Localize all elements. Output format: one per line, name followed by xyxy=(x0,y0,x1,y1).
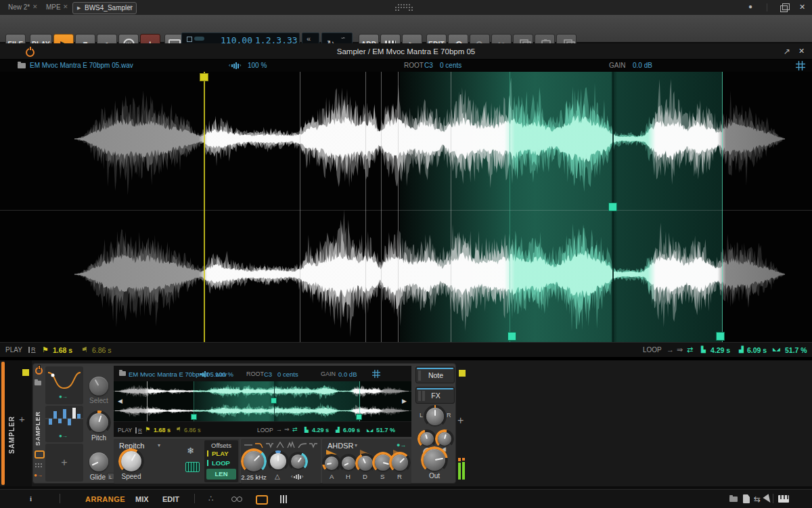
mini-play-end-value[interactable]: 6.86 s xyxy=(184,427,201,433)
play-end-flag-icon[interactable]: ⚑ xyxy=(81,345,88,354)
mini-loop-start-value[interactable]: 4.29 s xyxy=(312,427,329,433)
add-expression-cell[interactable]: + xyxy=(45,444,83,482)
tune-cents[interactable]: 0 cents xyxy=(440,62,461,69)
device-grid-icon[interactable] xyxy=(35,463,37,465)
mini-folder-icon[interactable] xyxy=(119,371,126,376)
out-knob[interactable] xyxy=(424,449,445,471)
tab-active[interactable]: ▶ BWS4_Sampler ✕ xyxy=(72,2,137,14)
tab-active-close-icon[interactable]: ✕ xyxy=(127,4,133,11)
sample-folder-icon[interactable] xyxy=(18,63,26,68)
mixer-panel-toggle-icon[interactable] xyxy=(280,495,281,503)
info-icon[interactable]: i xyxy=(30,494,32,503)
view-edit[interactable]: EDIT xyxy=(162,495,179,503)
slice-marker[interactable] xyxy=(451,72,451,342)
sampler-power-icon[interactable] xyxy=(35,367,43,375)
select-knob[interactable] xyxy=(89,377,108,396)
offset-len-button[interactable]: LEN xyxy=(206,469,236,480)
loop-end-handle[interactable] xyxy=(716,332,725,341)
note-tab[interactable]: Note xyxy=(415,366,455,383)
fill-curve-icon[interactable]: ~ xyxy=(341,34,345,41)
track-add-button[interactable]: + xyxy=(19,413,25,425)
filter-freq-knob[interactable] xyxy=(244,451,264,471)
waveform-editor[interactable] xyxy=(0,72,812,342)
device-modulators-icon[interactable]: ●→ xyxy=(34,472,43,478)
mini-filename[interactable]: EM Mvoc Mantra E 70bpm 05.wav xyxy=(129,371,227,378)
slice-marker[interactable] xyxy=(365,72,366,342)
mini-loop-end-value[interactable]: 6.09 s xyxy=(343,427,360,433)
env-decay-knob[interactable] xyxy=(358,456,373,471)
stretch-icon[interactable] xyxy=(796,61,805,70)
play-start-flag-icon[interactable]: ⚑ xyxy=(42,345,49,354)
tab-new2[interactable]: New 2* xyxy=(8,3,30,11)
slice-marker[interactable] xyxy=(381,72,382,342)
root-note[interactable]: C3 xyxy=(424,62,433,69)
mini-play-end-flag[interactable]: ⚑ xyxy=(176,426,181,433)
browser-panel-icon[interactable] xyxy=(729,496,738,502)
tab-mpe-close-icon[interactable]: ✕ xyxy=(63,3,68,10)
filter-res-knob[interactable] xyxy=(270,453,286,469)
filter-keytrack-knob[interactable] xyxy=(291,454,305,469)
mini-stretch-icon[interactable] xyxy=(372,370,380,378)
envelope-select[interactable]: AHDSR xyxy=(328,442,354,450)
env-hold-knob[interactable] xyxy=(342,457,355,470)
mini-reverse-icon[interactable]: R xyxy=(135,427,142,433)
mini-play-start-value[interactable]: 1.68 s xyxy=(154,427,171,433)
mini-crossfade-value[interactable]: 51.7 % xyxy=(376,427,395,433)
loop-mode-pingpong-icon[interactable]: ⇄ xyxy=(687,345,693,354)
mini-scroll-right-icon[interactable]: ▶ xyxy=(402,398,407,404)
device-drag-handle-right[interactable] xyxy=(459,370,466,377)
io-panel-icon[interactable]: ⇆ xyxy=(754,494,761,504)
crossfade-value[interactable]: 51.7 % xyxy=(785,346,807,354)
loop-mode-forward-icon[interactable]: → xyxy=(667,345,674,354)
sampler-preset-icon[interactable] xyxy=(35,381,41,385)
mini-gain-value[interactable]: 0.0 dB xyxy=(338,371,357,378)
loop-range-bar[interactable] xyxy=(194,37,204,41)
play-start-handle[interactable] xyxy=(200,73,208,81)
env-attack-knob[interactable] xyxy=(325,457,338,470)
window-restore-icon[interactable] xyxy=(780,5,788,12)
device-name-vertical[interactable]: SAMPLER xyxy=(35,404,41,446)
mini-zoom-value[interactable]: 100 % xyxy=(215,371,233,378)
envelope-mod-icon[interactable]: ●→ xyxy=(397,442,406,448)
fx-tab[interactable]: FX xyxy=(415,387,455,404)
pan-knob[interactable] xyxy=(426,408,444,425)
slice-marker[interactable] xyxy=(398,72,399,342)
loop-start-value[interactable]: 4.29 s xyxy=(710,346,730,354)
mini-scroll-left-icon[interactable]: ◀ xyxy=(118,398,122,404)
pitch-knob[interactable] xyxy=(89,413,108,432)
editor-close-icon[interactable]: ✕ xyxy=(798,47,805,56)
device-drag-handle-left[interactable] xyxy=(22,369,29,376)
link-icon[interactable] xyxy=(231,496,242,502)
mini-loop-fwd-icon[interactable]: → xyxy=(276,426,282,433)
inspector-panel-icon[interactable] xyxy=(743,494,750,503)
reverse-marker-icon[interactable]: R xyxy=(28,347,36,353)
onscreen-keyboard-icon[interactable] xyxy=(778,495,789,503)
track-name-vertical[interactable]: SAMPLER xyxy=(8,393,16,454)
freeze-icon[interactable]: ❄ xyxy=(187,446,194,456)
mini-crossfade-handle[interactable] xyxy=(271,398,277,404)
play-start-value[interactable]: 1.68 s xyxy=(53,346,72,354)
crossfade-handle[interactable] xyxy=(608,203,617,211)
view-mix[interactable]: MIX xyxy=(135,495,149,503)
follow-playback-icon[interactable]: ∴ xyxy=(208,494,214,503)
mini-root-note[interactable]: C3 xyxy=(264,371,272,378)
mini-tune[interactable]: 0 cents xyxy=(277,371,298,378)
window-close-icon[interactable]: ✕ xyxy=(799,3,805,12)
popout-icon[interactable]: ↗ xyxy=(784,47,790,56)
keytrack-mod-cell[interactable]: ●→ xyxy=(45,406,83,442)
glide-knob[interactable] xyxy=(89,452,108,471)
slice-marker[interactable] xyxy=(300,72,300,342)
monitor-level-knob[interactable] xyxy=(438,432,451,446)
mini-loop-pingpong-icon[interactable]: ⇄ xyxy=(292,426,298,433)
zoom-value[interactable]: 100 % xyxy=(248,62,267,69)
velocity-mod-cell[interactable]: ●→ xyxy=(45,366,83,404)
mini-loop-sustain-icon[interactable]: ⇒ xyxy=(284,426,290,433)
mini-zoom-icon[interactable]: ‹› xyxy=(198,371,210,377)
device-panel-toggle-icon[interactable] xyxy=(256,495,268,505)
offset-play[interactable]: PLAY xyxy=(212,450,228,457)
loop-end-value[interactable]: 6.09 s xyxy=(747,346,767,354)
env-release-knob[interactable] xyxy=(392,454,408,471)
mini-loop-end-handle[interactable] xyxy=(356,414,362,420)
loop-start-line[interactable] xyxy=(510,72,510,342)
tab-new2-close-icon[interactable]: ✕ xyxy=(32,3,38,10)
